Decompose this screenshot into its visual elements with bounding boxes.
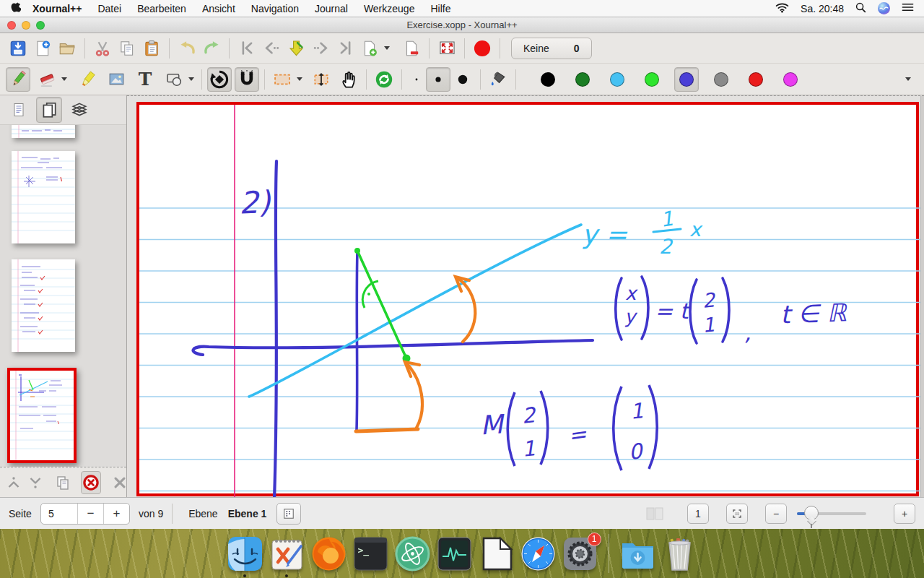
minimize-window-button[interactable] xyxy=(22,21,30,30)
vertical-space-button[interactable] xyxy=(309,67,334,92)
undo-button[interactable] xyxy=(175,36,199,61)
zoom-original-button[interactable]: 1 xyxy=(687,504,709,524)
hand-tool-button[interactable] xyxy=(336,67,361,92)
eraser-tool-button[interactable] xyxy=(35,67,59,92)
save-button[interactable] xyxy=(6,36,30,61)
pen-tool-button[interactable] xyxy=(6,67,30,92)
dock-atom-icon[interactable] xyxy=(395,536,430,571)
redo-button[interactable] xyxy=(199,36,224,61)
document-page[interactable]: 2) y = 1 2 x x y = t xyxy=(136,102,919,496)
dock-trash-icon[interactable] xyxy=(662,536,697,571)
dock-activity-monitor-icon[interactable] xyxy=(437,536,472,571)
siri-icon[interactable] xyxy=(878,2,890,14)
close-window-button[interactable] xyxy=(7,21,16,30)
eraser-dropdown-icon[interactable] xyxy=(61,77,67,81)
thumbnail-page-5-selected[interactable] xyxy=(7,368,77,463)
move-page-down-button[interactable] xyxy=(26,471,45,494)
page-ink[interactable]: 2) y = 1 2 x x y = t xyxy=(136,102,924,497)
dock-system-preferences-icon[interactable]: 1 xyxy=(562,536,598,571)
image-tool-button[interactable] xyxy=(104,67,128,92)
next-page-button[interactable] xyxy=(308,36,333,61)
menu-item-navigation[interactable]: Navigation xyxy=(251,3,299,14)
dock-terminal-icon[interactable]: >_ xyxy=(353,536,388,571)
dual-page-view-button[interactable] xyxy=(641,504,668,524)
canvas-scrollbar[interactable] xyxy=(920,96,924,497)
fill-tool-button[interactable] xyxy=(486,67,510,92)
delete-page-sidebar-button[interactable] xyxy=(81,471,101,494)
layer-selector[interactable]: Ebene 1 xyxy=(228,508,267,519)
thumbnail-page-4[interactable] xyxy=(12,259,75,352)
page-number-input[interactable]: 5 xyxy=(41,504,77,524)
menu-item-app[interactable]: Xournal++ xyxy=(32,3,82,14)
last-page-button[interactable] xyxy=(333,36,357,61)
shape-dropdown-icon[interactable] xyxy=(188,77,194,81)
zoom-slider-knob[interactable] xyxy=(804,506,819,520)
menu-item-bearbeiten[interactable]: Bearbeiten xyxy=(137,3,186,14)
color-darkgreen-swatch[interactable] xyxy=(570,67,595,92)
audio-playback-button[interactable] xyxy=(372,67,396,92)
close-sidebar-button[interactable] xyxy=(111,471,128,494)
audio-device-selector[interactable]: Keine 0 xyxy=(511,38,592,59)
snap-magnet-button[interactable] xyxy=(235,67,259,92)
thumbnail-page-partial[interactable] xyxy=(12,124,75,138)
open-document-button[interactable] xyxy=(55,36,79,61)
title-bar[interactable]: Exercise.xopp - Xournal++ xyxy=(0,17,924,33)
dock-xournalpp-icon[interactable] xyxy=(269,536,305,571)
tab-layers[interactable] xyxy=(68,98,91,121)
color-blue-swatch[interactable] xyxy=(674,67,699,92)
wifi-icon[interactable] xyxy=(775,2,789,15)
shape-recognizer-button[interactable] xyxy=(207,67,232,92)
menu-clock[interactable]: Sa. 20:48 xyxy=(801,3,844,14)
copy-button[interactable] xyxy=(115,36,139,61)
canvas-area[interactable]: 2) y = 1 2 x x y = t xyxy=(127,95,924,497)
notification-center-icon[interactable] xyxy=(902,2,914,14)
copy-page-button[interactable] xyxy=(53,471,72,494)
zoom-out-button[interactable]: − xyxy=(765,504,787,524)
color-magenta-swatch[interactable] xyxy=(778,67,803,92)
text-tool-button[interactable]: T xyxy=(133,67,157,92)
presentation-button[interactable] xyxy=(435,36,459,61)
select-rectangle-button[interactable] xyxy=(270,67,295,92)
paste-button[interactable] xyxy=(139,36,164,61)
color-green-swatch[interactable] xyxy=(640,67,664,92)
color-black-swatch[interactable] xyxy=(536,67,560,92)
goto-page-button[interactable] xyxy=(284,36,308,61)
apple-menu-icon[interactable] xyxy=(10,1,21,16)
dock-downloads-folder-icon[interactable] xyxy=(620,536,655,571)
move-page-up-button[interactable] xyxy=(4,471,23,494)
layer-options-button[interactable] xyxy=(276,503,301,525)
tab-page-preview[interactable] xyxy=(36,97,62,123)
highlighter-tool-button[interactable] xyxy=(75,67,100,92)
dock-libreoffice-icon[interactable] xyxy=(479,536,514,571)
add-page-button[interactable] xyxy=(357,36,382,61)
menu-item-hilfe[interactable]: Hilfe xyxy=(430,3,450,14)
spotlight-search-icon[interactable] xyxy=(855,2,866,15)
menu-item-datei[interactable]: Datei xyxy=(97,3,121,14)
color-red-swatch[interactable] xyxy=(744,67,768,92)
thickness-fine-button[interactable] xyxy=(407,67,426,92)
zoom-slider[interactable] xyxy=(797,505,866,522)
menu-item-werkzeuge[interactable]: Werkzeuge xyxy=(364,3,415,14)
thickness-medium-button[interactable] xyxy=(426,67,450,92)
select-dropdown-icon[interactable] xyxy=(297,77,302,81)
add-page-dropdown-icon[interactable] xyxy=(384,46,390,50)
previous-page-button[interactable] xyxy=(259,36,284,61)
shape-tool-button[interactable] xyxy=(162,67,186,92)
record-audio-button[interactable] xyxy=(470,36,494,61)
thickness-thick-button[interactable] xyxy=(450,67,475,92)
first-page-button[interactable] xyxy=(235,36,259,61)
menu-item-ansicht[interactable]: Ansicht xyxy=(202,3,235,14)
tab-contents[interactable] xyxy=(7,98,30,121)
thumbnail-page-3[interactable] xyxy=(12,151,75,243)
color-lightblue-swatch[interactable] xyxy=(605,67,629,92)
page-decrement-button[interactable]: − xyxy=(77,504,103,524)
delete-page-button[interactable] xyxy=(399,36,424,61)
new-document-button[interactable] xyxy=(30,36,55,61)
dock-finder-icon[interactable] xyxy=(227,536,263,571)
dock-firefox-icon[interactable] xyxy=(311,536,346,571)
cut-button[interactable] xyxy=(90,36,115,61)
dock-safari-icon[interactable] xyxy=(520,536,556,571)
page-increment-button[interactable]: + xyxy=(103,504,129,524)
zoom-window-button[interactable] xyxy=(36,21,45,30)
menu-item-journal[interactable]: Journal xyxy=(315,3,348,14)
